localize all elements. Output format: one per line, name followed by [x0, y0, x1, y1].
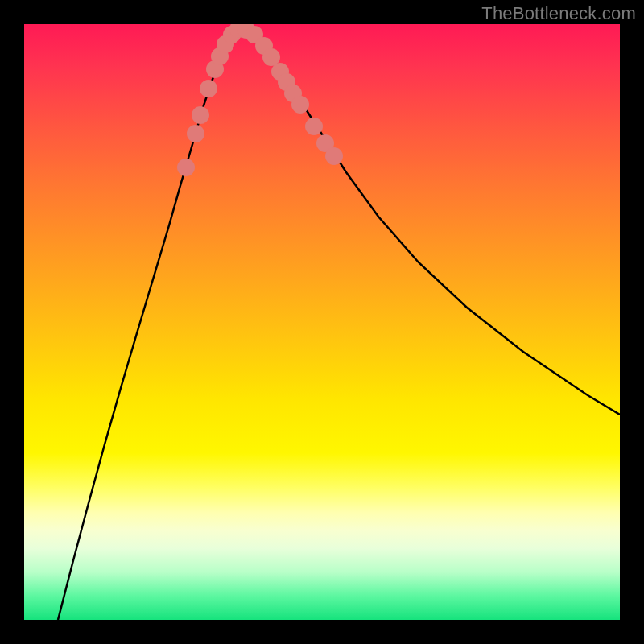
- marker-dot: [177, 159, 195, 176]
- marker-dot: [325, 147, 343, 165]
- marker-dot: [192, 106, 209, 124]
- marker-dot: [187, 125, 204, 142]
- chart-svg: [24, 24, 620, 620]
- chart-plot-area: [24, 24, 620, 620]
- watermark-text: TheBottleneck.com: [481, 3, 636, 24]
- chart-frame: TheBottleneck.com: [0, 0, 644, 644]
- curve-left-curve: [58, 27, 237, 620]
- marker-dot: [305, 118, 323, 135]
- marker-dot: [200, 80, 217, 97]
- marker-dot: [291, 96, 309, 114]
